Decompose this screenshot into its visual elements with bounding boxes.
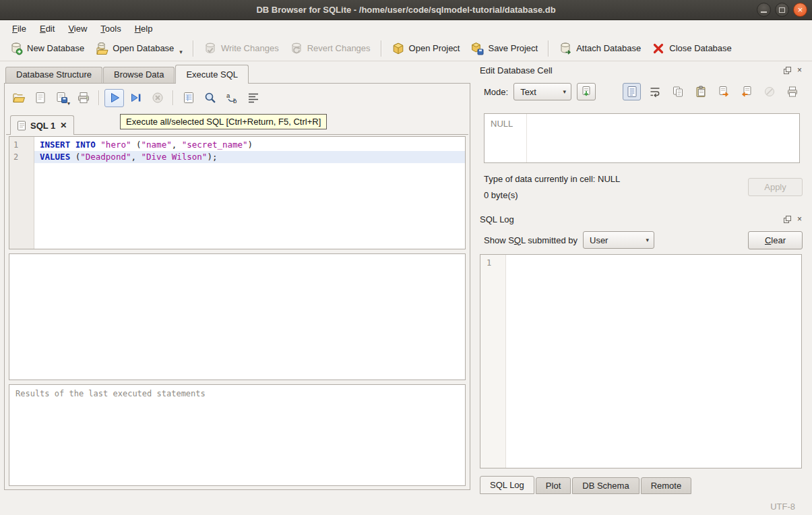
cell-editor[interactable]: NULL [484, 113, 800, 163]
sql-keyword: VALUES [40, 152, 70, 162]
save-project-button[interactable]: Save Project [465, 38, 543, 59]
copy-cell-button[interactable] [668, 83, 687, 100]
open-sql-file-button[interactable] [9, 89, 28, 107]
close-database-icon [652, 42, 665, 55]
export-csv-button[interactable] [179, 89, 198, 107]
text-doc-icon [626, 86, 638, 98]
menu-file[interactable]: File [5, 22, 33, 35]
sql-log-float-button[interactable] [783, 215, 792, 224]
import-icon [741, 86, 753, 98]
tooltip: Execute all/selected SQL [Ctrl+Return, F… [120, 114, 327, 129]
float-panel-icon [784, 216, 791, 223]
close-window-button[interactable]: × [793, 3, 807, 17]
execute-all-button[interactable] [104, 89, 124, 107]
sql-string: "name" [142, 140, 172, 150]
open-database-button[interactable]: Open Database ▾ [90, 38, 188, 59]
maximize-icon [779, 7, 785, 13]
save-as-dropdown-icon: ▾ [67, 100, 70, 107]
export-cell-button[interactable] [714, 83, 732, 100]
tab-database-structure[interactable]: Database Structure [5, 67, 102, 83]
sql-string: "Deadpond" [80, 152, 131, 162]
attach-database-label: Attach Database [576, 43, 641, 53]
log-filter-select[interactable]: User ▾ [583, 231, 654, 249]
dock-tab-plot[interactable]: Plot [536, 477, 571, 494]
clear-log-button[interactable]: Clear [748, 231, 803, 249]
text-view-button[interactable] [623, 83, 641, 100]
sql-text: , [131, 152, 141, 162]
edit-cell-toolbar: Mode: Text ▾ [484, 82, 801, 101]
toolbar-separator [381, 40, 381, 57]
menu-edit[interactable]: Edit [33, 22, 61, 35]
open-project-label: Open Project [409, 43, 460, 53]
sql-log-close-button[interactable]: × [795, 215, 804, 224]
sql-line-2: VALUES ("Deadpond", "Dive Wilson"); [34, 151, 465, 163]
menu-view[interactable]: View [61, 22, 94, 35]
replace-icon: ab [225, 91, 239, 104]
minimize-button[interactable] [757, 3, 771, 17]
chevron-down-icon: ▾ [563, 88, 567, 95]
dock-tab-db-schema[interactable]: DB Schema [572, 477, 639, 494]
menu-help[interactable]: Help [128, 22, 160, 35]
log-content [506, 255, 801, 468]
paste-cell-button[interactable] [691, 83, 710, 100]
statusbar: UTF-8 [0, 499, 812, 515]
cell-type-info: Type of data currently in cell: NULL [484, 174, 620, 184]
import-from-file-button[interactable] [577, 83, 596, 100]
menu-tools[interactable]: Tools [94, 22, 127, 35]
sql-text: ); [207, 152, 217, 162]
maximize-button[interactable] [775, 3, 789, 17]
dock-tab-bar: SQL Log Plot DB Schema Remote [480, 476, 691, 494]
open-database-dropdown-icon[interactable]: ▾ [179, 49, 183, 55]
dock-tab-remote[interactable]: Remote [641, 477, 692, 494]
word-wrap-icon [649, 86, 661, 98]
execute-line-button[interactable] [126, 89, 146, 107]
close-database-button[interactable]: Close Database [646, 38, 737, 59]
find-button[interactable] [200, 89, 220, 107]
save-sql-file-as-button[interactable]: ▾ [52, 89, 71, 107]
stop-execution-button[interactable] [148, 89, 167, 107]
clear-label: Clear [765, 235, 786, 245]
edit-cell-float-button[interactable] [783, 66, 792, 75]
attach-database-icon [559, 42, 572, 55]
sql-keyword: INSERT INTO [40, 140, 96, 150]
window-controls: × [757, 3, 807, 17]
new-database-label: New Database [27, 43, 84, 53]
save-sql-file-button[interactable] [30, 89, 50, 107]
print-cell-button[interactable] [783, 83, 801, 100]
write-changes-button[interactable]: Write Changes [198, 38, 284, 59]
set-null-icon [763, 86, 776, 98]
word-wrap-button[interactable] [646, 83, 664, 100]
close-tab-icon[interactable]: ✕ [59, 121, 67, 130]
sql-tab[interactable]: SQL 1 ✕ [10, 115, 74, 135]
save-project-icon [470, 42, 484, 55]
line-number: 2 [9, 151, 34, 163]
format-sql-button[interactable] [243, 89, 263, 107]
apply-button[interactable]: Apply [748, 178, 803, 196]
open-project-icon [392, 42, 405, 55]
tab-browse-data[interactable]: Browse Data [103, 67, 175, 83]
tab-execute-sql[interactable]: Execute SQL [175, 65, 249, 84]
revert-changes-button[interactable]: Revert Changes [284, 38, 376, 59]
print-sql-button[interactable] [73, 89, 93, 107]
import-cell-button[interactable] [737, 83, 755, 100]
write-changes-icon [204, 42, 217, 55]
sql-string: "secret_name" [182, 140, 248, 150]
export-icon [718, 86, 730, 98]
sql-tab-label: SQL 1 [30, 121, 55, 131]
sql-text: ( [131, 140, 141, 150]
mode-select[interactable]: Text ▾ [513, 83, 571, 100]
titlebar[interactable]: DB Browser for SQLite - /home/user/code/… [0, 0, 812, 20]
new-database-button[interactable]: New Database [4, 38, 90, 59]
paste-icon [695, 86, 707, 98]
dock-tab-sql-log[interactable]: SQL Log [480, 476, 534, 494]
open-project-button[interactable]: Open Project [386, 38, 466, 59]
replace-button[interactable]: ab [222, 89, 241, 107]
set-null-button[interactable] [760, 83, 778, 100]
sql-text: ( [70, 152, 80, 162]
main-toolbar: New Database Open Database ▾ Write Chang… [0, 36, 812, 61]
sql-editor[interactable]: 1 2 INSERT INTO "hero" ("name", "secret_… [9, 136, 466, 249]
stop-icon [151, 91, 164, 104]
import-file-icon [580, 86, 592, 98]
attach-database-button[interactable]: Attach Database [553, 38, 646, 59]
edit-cell-close-button[interactable]: × [795, 66, 804, 75]
